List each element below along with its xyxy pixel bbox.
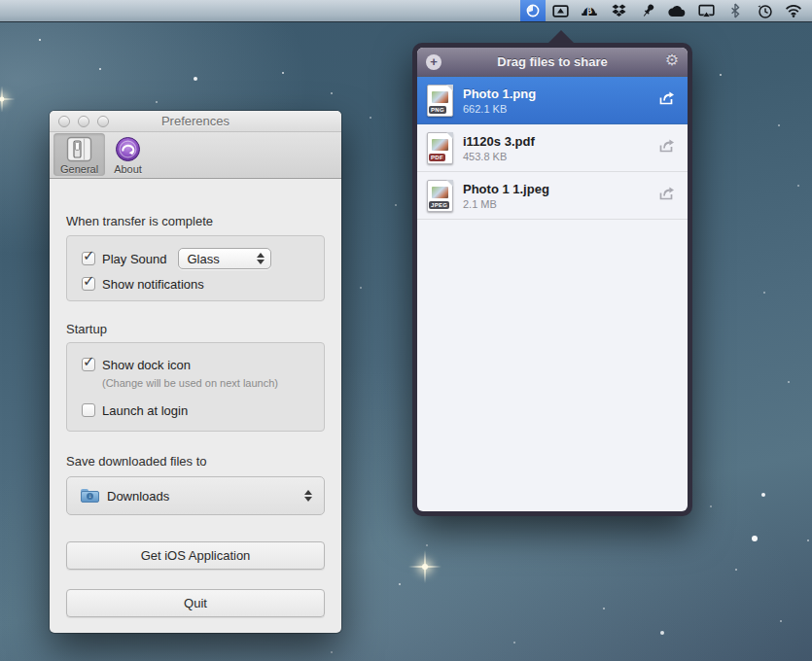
airplay-icon[interactable] bbox=[691, 0, 721, 21]
bluetooth-icon[interactable] bbox=[721, 0, 750, 21]
play-sound-checkbox[interactable]: ✓ bbox=[82, 252, 95, 265]
file-row[interactable]: PNG Photo 1.png 662.1 KB bbox=[417, 77, 688, 124]
show-notifications-checkbox[interactable]: ✓ bbox=[82, 277, 95, 291]
share-file-button[interactable] bbox=[657, 139, 676, 157]
get-ios-application-button[interactable]: Get iOS Application bbox=[66, 541, 325, 570]
file-row[interactable]: PDF i1120s 3.pdf 453.8 KB bbox=[417, 124, 688, 172]
file-type-icon: PDF bbox=[427, 132, 453, 164]
file-type-icon: JPEG bbox=[427, 180, 453, 212]
sound-select[interactable]: Glass bbox=[178, 248, 271, 269]
startup-groupbox: ✓ Show dock icon (Change will be used on… bbox=[66, 342, 325, 432]
file-name: i1120s 3.pdf bbox=[463, 134, 648, 149]
wifi-icon[interactable] bbox=[779, 0, 808, 21]
downloads-folder-icon: ↓ bbox=[81, 489, 99, 503]
file-type-badge: PDF bbox=[429, 154, 445, 161]
zoom-button[interactable] bbox=[97, 116, 109, 127]
file-list: PNG Photo 1.png 662.1 KB PDF i1120s 3.pd… bbox=[417, 77, 688, 511]
app-timer-icon[interactable] bbox=[520, 0, 546, 21]
popover-title: Drag files to share bbox=[497, 54, 607, 69]
transfer-section-heading: When transfer is complete bbox=[66, 214, 213, 228]
show-dock-icon-checkbox[interactable]: ✓ bbox=[82, 358, 95, 371]
svg-text:β: β bbox=[586, 6, 592, 15]
beta-hat-icon[interactable]: β bbox=[575, 0, 604, 21]
save-folder-value: Downloads bbox=[107, 489, 304, 504]
tab-general-label: General bbox=[60, 163, 98, 175]
popup-arrows-icon bbox=[257, 253, 265, 264]
launch-at-login-label: Launch at login bbox=[102, 403, 188, 418]
share-file-button[interactable] bbox=[657, 91, 676, 110]
show-dock-icon-label: Show dock icon bbox=[102, 358, 191, 372]
file-type-badge: JPEG bbox=[429, 201, 449, 209]
about-app-icon bbox=[115, 136, 141, 162]
file-row[interactable]: JPEG Photo 1 1.jpeg 2.1 MB bbox=[417, 172, 688, 220]
add-file-button[interactable]: + bbox=[426, 54, 441, 70]
startup-section-heading: Startup bbox=[66, 322, 107, 336]
minimize-button[interactable] bbox=[78, 116, 89, 127]
dropbox-icon[interactable] bbox=[604, 0, 633, 21]
file-name: Photo 1 1.jpeg bbox=[463, 182, 648, 196]
preferences-titlebar[interactable]: Preferences bbox=[50, 111, 341, 132]
display-capture-icon[interactable] bbox=[546, 0, 575, 21]
file-type-badge: PNG bbox=[429, 106, 446, 114]
file-size: 2.1 MB bbox=[463, 198, 648, 210]
popover-arrow bbox=[547, 30, 575, 44]
traffic-lights bbox=[58, 116, 109, 127]
select-arrows-icon bbox=[304, 490, 312, 502]
file-size: 453.8 KB bbox=[463, 151, 648, 162]
save-section-heading: Save downloaded files to bbox=[66, 454, 207, 469]
transfer-groupbox: ✓ Play Sound Glass ✓ Show notifications bbox=[66, 235, 325, 301]
file-size: 662.1 KB bbox=[463, 103, 648, 115]
popover-header: + Drag files to share ⚙ bbox=[417, 48, 688, 77]
close-button[interactable] bbox=[58, 116, 70, 127]
starfield bbox=[39, 39, 41, 41]
launch-at-login-checkbox[interactable]: ✓ bbox=[82, 403, 95, 417]
preferences-window: Preferences General bbox=[50, 111, 341, 633]
preferences-toolbar: General About bbox=[50, 132, 341, 179]
light-switch-icon bbox=[66, 136, 92, 162]
file-name: Photo 1.png bbox=[463, 87, 648, 101]
quit-button[interactable]: Quit bbox=[66, 589, 325, 617]
share-popover: + Drag files to share ⚙ PNG Photo 1.png … bbox=[412, 43, 692, 516]
tab-general[interactable]: General bbox=[53, 133, 105, 176]
tab-about-label: About bbox=[114, 163, 142, 175]
save-folder-select[interactable]: ↓ Downloads bbox=[66, 476, 325, 515]
play-sound-label: Play Sound bbox=[102, 252, 167, 266]
show-notifications-label: Show notifications bbox=[102, 277, 204, 292]
sound-select-value: Glass bbox=[188, 252, 220, 266]
gear-icon[interactable]: ⚙ bbox=[665, 51, 679, 69]
file-type-icon: PNG bbox=[427, 85, 453, 117]
menu-bar: β bbox=[0, 0, 812, 22]
pushpin-icon[interactable] bbox=[633, 0, 662, 21]
menu-extras: β bbox=[520, 0, 812, 21]
share-file-button[interactable] bbox=[657, 187, 676, 205]
cloud-icon[interactable] bbox=[662, 0, 691, 21]
time-machine-icon[interactable] bbox=[750, 0, 779, 21]
dock-icon-note: (Change will be used on next launch) bbox=[102, 377, 309, 389]
tab-about[interactable]: About bbox=[107, 133, 149, 176]
